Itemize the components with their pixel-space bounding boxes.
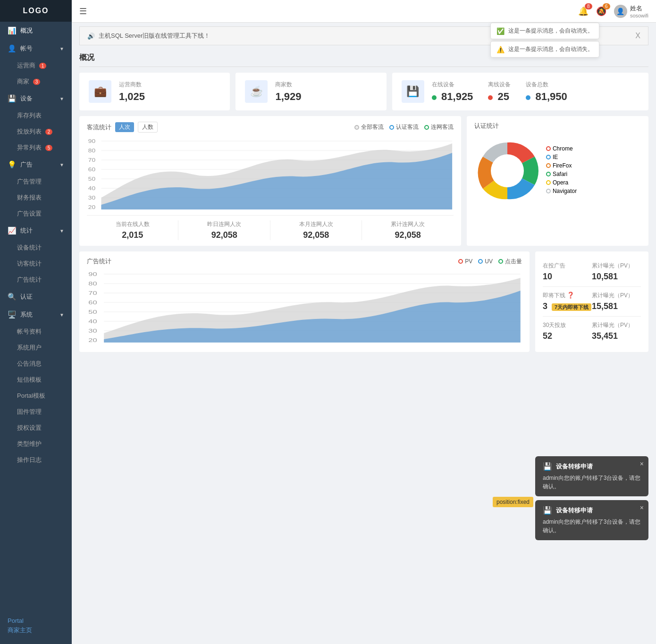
traffic-tab1-button[interactable]: 人次 — [115, 122, 134, 132]
info-icon[interactable]: ❓ — [567, 292, 574, 299]
ad-chart-card: 广告统计 PV UV 点击量 — [79, 251, 530, 352]
merchant-label: 商家数 — [275, 81, 301, 89]
ad-chart-svg-container: 90 80 70 60 50 40 30 20 — [87, 269, 522, 346]
ad-charts-row: 广告统计 PV UV 点击量 — [79, 251, 648, 352]
sidebar-item-system[interactable]: 🖥️ 系统 ▼ — [0, 306, 72, 324]
system-arrow-icon: ▼ — [59, 312, 64, 318]
portal-link[interactable]: Portal — [8, 617, 64, 624]
merchant-home-link[interactable]: 商家主页 — [8, 626, 64, 635]
notif-popup-2-close[interactable]: × — [640, 504, 644, 511]
svg-text:80: 80 — [88, 148, 96, 154]
traffic-chart-card: 客流统计 人次 人数 全部客流 认证客流 — [79, 116, 461, 246]
sidebar-item-stats[interactable]: 📈 统计 ▼ — [0, 222, 72, 240]
svg-text:40: 40 — [88, 186, 96, 192]
sidebar-logo: LOGO — [0, 0, 72, 22]
header-icons: 🔔 8 🔕 6 👤 姓名 sosowifi — [578, 4, 648, 18]
svg-text:90: 90 — [88, 272, 97, 277]
ad-legend-uv[interactable]: UV — [478, 258, 493, 266]
total-device-value: 81,950 — [526, 91, 567, 103]
device-stat-card: 💾 在线设备 81,925 离线设备 25 — [392, 73, 648, 110]
sidebar-item-overview[interactable]: 📊 概况 — [0, 22, 72, 40]
sidebar-item-announcement[interactable]: 公告消息 — [0, 356, 72, 372]
merchant-stat-card: ☕ 商家数 1,929 — [235, 73, 386, 110]
traffic-auth-row: 客流统计 人次 人数 全部客流 认证客流 — [79, 116, 648, 246]
sidebar-item-broadcast[interactable]: 投放列表 2 — [0, 124, 72, 140]
sound-button[interactable]: 🔔 8 — [578, 6, 589, 17]
ad-icon: 💡 — [8, 160, 17, 169]
svg-text:30: 30 — [88, 195, 96, 201]
sidebar-item-visit-stats[interactable]: 访客统计 — [0, 256, 72, 272]
sidebar-item-anomaly[interactable]: 异常列表 5 — [0, 140, 72, 156]
sidebar-item-system-users[interactable]: 系统用户 — [0, 340, 72, 356]
sidebar-item-finance[interactable]: 财务报表 — [0, 190, 72, 206]
traffic-tab2-button[interactable]: 人数 — [138, 122, 158, 133]
sidebar-item-type-maintain[interactable]: 类型维护 — [0, 436, 72, 452]
traffic-area-chart: 90 80 70 60 50 40 30 20 — [87, 136, 454, 212]
sidebar-item-inventory[interactable]: 库存列表 — [0, 108, 72, 124]
ad-legend-clicks[interactable]: 点击量 — [498, 258, 522, 266]
total-dot — [526, 95, 530, 100]
sidebar-item-auth[interactable]: 🔍 认证 — [0, 288, 72, 306]
sidebar-item-account[interactable]: 👤 帐号 ▼ — [0, 40, 72, 58]
sidebar: LOGO 📊 概况 👤 帐号 ▼ 运营商 1 商家 3 💾 设备 ▼ 库存列表 … — [0, 0, 72, 644]
traffic-legend-auth[interactable]: 认证客流 — [389, 123, 419, 131]
sidebar-item-firmware[interactable]: 固件管理 — [0, 404, 72, 420]
sidebar-item-ad-settings[interactable]: 广告设置 — [0, 206, 72, 222]
sidebar-item-device[interactable]: 💾 设备 ▼ — [0, 90, 72, 108]
device-icon: 💾 — [8, 94, 17, 103]
traffic-legend-all[interactable]: 全部客流 — [354, 123, 384, 131]
offline-dot — [488, 95, 493, 100]
ad-area-chart: 90 80 70 60 50 40 30 20 — [87, 269, 522, 345]
traffic-legend-connected[interactable]: 连网客流 — [424, 123, 454, 131]
warning-icon: ⚠️ — [496, 46, 505, 53]
fixed-position-label: position:fixed — [493, 497, 533, 507]
merchant-value: 1,929 — [275, 91, 301, 103]
main-content: ☰ ✅ 这是一条提示消息，会自动消失。 ⚠️ 这是一条提示消息，会自动消失。 🔔… — [72, 0, 656, 644]
sidebar-item-ad-manage[interactable]: 广告管理 — [0, 174, 72, 190]
sidebar-item-sms-template[interactable]: 短信模板 — [0, 372, 72, 388]
notif-tooltip-warning: ⚠️ 这是一条提示消息，会自动消失。 — [490, 41, 599, 58]
notif-popup-1: × 💾 设备转移申请 admin向您的账户转移了3台设备，请您确认。 — [535, 456, 648, 496]
alert-icon: 🔊 — [87, 33, 95, 40]
sidebar-footer: Portal 商家主页 — [0, 610, 72, 644]
ad-legend-pv[interactable]: PV — [458, 258, 472, 266]
sidebar-item-portal-template[interactable]: Portal模板 — [0, 388, 72, 404]
merchant-icon: ☕ — [245, 80, 268, 103]
notif-device-icon-1: 💾 — [543, 462, 552, 471]
traffic-chart-title: 客流统计 — [87, 123, 111, 132]
sidebar-item-device-stats[interactable]: 设备统计 — [0, 240, 72, 256]
svg-text:80: 80 — [88, 281, 97, 286]
notification-popups: × 💾 设备转移申请 admin向您的账户转移了3台设备，请您确认。 × 💾 设… — [535, 456, 648, 540]
svg-text:20: 20 — [88, 205, 96, 210]
system-icon: 🖥️ — [8, 310, 17, 319]
bell-button[interactable]: 🔕 6 — [596, 6, 606, 17]
device-stat-icon: 💾 — [402, 80, 424, 103]
svg-text:60: 60 — [88, 300, 97, 305]
ad-stat-row-3: 30天投放 52 累计曝光（PV） 35,451 — [543, 317, 641, 346]
notif-device-icon-2: 💾 — [543, 506, 552, 515]
ad-stat-row-2: 即将下线 ❓ 3 7天内即将下线 累计曝光（PV） 15,581 — [543, 287, 641, 317]
sidebar-item-operation-log[interactable]: 操作日志 — [0, 452, 72, 468]
hamburger-button[interactable]: ☰ — [79, 6, 87, 17]
sidebar-item-auth-settings[interactable]: 授权设置 — [0, 420, 72, 436]
online-device-label: 在线设备 — [432, 81, 473, 89]
sidebar-item-operator[interactable]: 运营商 1 — [0, 58, 72, 74]
avatar: 👤 — [614, 5, 627, 18]
user-menu[interactable]: 👤 姓名 sosowifi — [614, 4, 648, 18]
sidebar-item-account-info[interactable]: 帐号资料 — [0, 324, 72, 340]
sidebar-item-ad-stats[interactable]: 广告统计 — [0, 272, 72, 288]
auth-chart-title: 认证统计 — [474, 122, 499, 130]
alert-close-button[interactable]: X — [635, 32, 640, 40]
traffic-chart-svg-container: 90 80 70 60 50 40 30 20 — [87, 136, 454, 213]
user-subtitle: sosowifi — [630, 13, 648, 18]
auth-donut-legend: Chrome IE FireFox Safari — [546, 145, 577, 196]
operator-label: 运营商数 — [119, 81, 145, 89]
sidebar-item-merchant[interactable]: 商家 3 — [0, 74, 72, 90]
cumulative-stat: 累计连网人次 92,058 — [362, 220, 453, 240]
online-dot — [432, 95, 437, 100]
notif-popup-1-close[interactable]: × — [640, 460, 644, 468]
monthly-stat: 本月连网人次 92,058 — [270, 220, 362, 240]
content-area: 🔊 主机SQL Server旧版在线管理工具下线！ X 概况 💼 运营商数 1,… — [72, 23, 656, 365]
ad-stats-card: 在投广告 10 累计曝光（PV） 10,581 即将下线 ❓ — [535, 251, 648, 352]
sidebar-item-ad[interactable]: 💡 广告 ▼ — [0, 156, 72, 174]
